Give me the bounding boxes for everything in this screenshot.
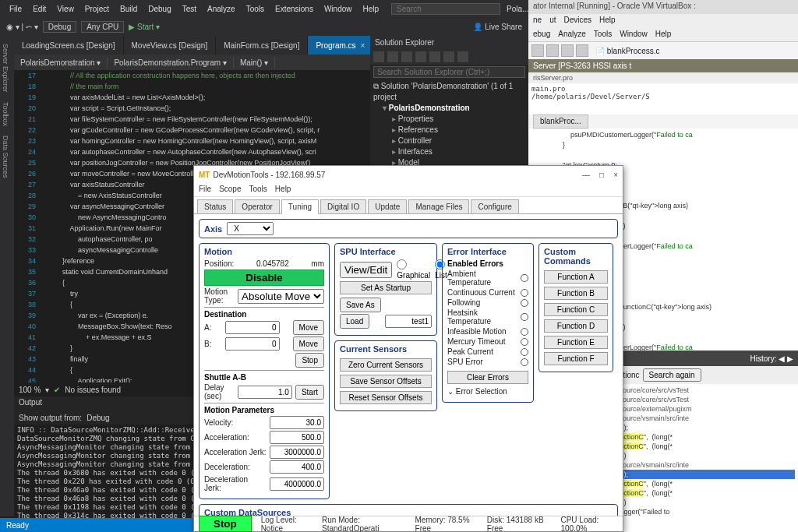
- custom-command-button[interactable]: Function F: [544, 352, 608, 365]
- tool-icon[interactable]: [401, 51, 412, 62]
- velocity-input[interactable]: [270, 416, 324, 429]
- vs-menu-item[interactable]: Extensions: [270, 3, 318, 15]
- saveas-button[interactable]: Save As: [340, 298, 381, 312]
- tool-icon[interactable]: [457, 51, 468, 62]
- tool-icon[interactable]: [576, 44, 588, 57]
- tool-icon[interactable]: [387, 51, 398, 62]
- qt-menu-item[interactable]: Help: [655, 30, 672, 40]
- viewedit-button[interactable]: View/Edit: [340, 262, 392, 278]
- dmt-menu-item[interactable]: Tools: [249, 185, 267, 195]
- tool-icon[interactable]: [373, 51, 384, 62]
- dmt-menu-item[interactable]: Scope: [219, 185, 241, 195]
- delay-input[interactable]: [238, 386, 292, 399]
- vs-menu-item[interactable]: Debug: [143, 3, 175, 15]
- graphical-radio[interactable]: Graphical: [397, 259, 430, 280]
- axis-dropdown[interactable]: X: [227, 222, 274, 235]
- save-offsets-button[interactable]: Save Sensor Offsets: [340, 375, 432, 388]
- breadcrumb-item[interactable]: Main() ▾: [234, 57, 275, 69]
- move-b-button[interactable]: Move: [293, 336, 324, 351]
- tool-icon[interactable]: [415, 51, 426, 62]
- dest-b-input[interactable]: [225, 337, 280, 351]
- tool-icon[interactable]: [561, 44, 574, 57]
- dmt-tab[interactable]: Manage Files: [408, 199, 469, 213]
- vb-menu-item[interactable]: ut: [549, 16, 556, 26]
- zero-sensors-button[interactable]: Zero Current Sensors: [340, 358, 432, 372]
- shuttle-start-button[interactable]: Start: [295, 385, 324, 400]
- custom-command-button[interactable]: Function B: [544, 287, 608, 300]
- qt-proj-file[interactable]: risServer.pro: [528, 72, 798, 83]
- spu-file-input[interactable]: [385, 315, 432, 328]
- dmt-menu-item[interactable]: Help: [275, 185, 291, 195]
- vs-menu-item[interactable]: Help: [358, 3, 383, 15]
- dmt-tab[interactable]: Status: [197, 199, 233, 213]
- accel-input[interactable]: [270, 431, 324, 444]
- qt-menu-item[interactable]: ebug: [533, 30, 550, 40]
- qt-menu-item[interactable]: Analyze: [558, 30, 586, 40]
- qt-menu-item[interactable]: Window: [620, 30, 648, 40]
- minimize-icon[interactable]: —: [582, 171, 590, 179]
- dmt-tab[interactable]: Digital IO: [320, 199, 366, 213]
- tool-icon[interactable]: [531, 44, 544, 57]
- qt-tab[interactable]: blankProc...: [533, 115, 588, 129]
- tool-icon[interactable]: [443, 51, 454, 62]
- qt-open-doc[interactable]: 📄 blankProcess.c: [595, 47, 660, 55]
- vb-menu-item[interactable]: Help: [599, 16, 616, 26]
- liveshare-button[interactable]: Live Share: [485, 23, 522, 31]
- search-again-button[interactable]: Search again: [643, 368, 701, 382]
- vs-editor-tab[interactable]: Program.cs ×: [308, 36, 373, 55]
- clear-errors-button[interactable]: Clear Errors: [447, 371, 528, 384]
- vs-menu-item[interactable]: View: [52, 3, 79, 15]
- dest-a-input[interactable]: [225, 321, 280, 334]
- custom-command-button[interactable]: Function D: [544, 319, 608, 333]
- motion-stop-button[interactable]: Stop: [295, 353, 324, 368]
- platform-dropdown[interactable]: Any CPU: [81, 21, 124, 33]
- move-a-button[interactable]: Move: [293, 320, 324, 335]
- set-startup-button[interactable]: Set As Startup: [340, 281, 432, 294]
- qt-menu-item[interactable]: Tools: [594, 30, 612, 40]
- decel-input[interactable]: [270, 460, 324, 474]
- solution-search-input[interactable]: [373, 66, 525, 78]
- motion-type-dropdown[interactable]: Absolute Move: [238, 289, 324, 304]
- project-node[interactable]: PolarisDemonstration: [373, 103, 525, 114]
- vb-menu-item[interactable]: ne: [533, 16, 542, 26]
- dmt-tab[interactable]: Update: [368, 199, 407, 213]
- reset-offsets-button[interactable]: Reset Sensor Offsets: [340, 391, 432, 404]
- vs-editor-tab[interactable]: MoveView.cs [Design]: [124, 36, 217, 55]
- custom-command-button[interactable]: Function C: [544, 303, 608, 316]
- vs-editor-tab[interactable]: LoadingScreen.cs [Design]: [14, 36, 124, 55]
- breadcrumb-item[interactable]: PolarisDemonstration.Program ▾: [108, 57, 234, 69]
- vs-menu-item[interactable]: Test: [178, 3, 201, 15]
- vs-menu-item[interactable]: Window: [320, 3, 357, 15]
- vs-search-input[interactable]: [391, 3, 500, 15]
- vs-menu-item[interactable]: File: [5, 3, 26, 15]
- folder-node[interactable]: Controller: [373, 136, 525, 146]
- solution-tree[interactable]: ⧉ Solution 'PolarisDemonstration' (1 of …: [370, 79, 528, 176]
- load-button[interactable]: Load: [340, 314, 369, 329]
- status-stop-button[interactable]: Stop: [199, 516, 252, 532]
- folder-node[interactable]: Properties: [373, 114, 525, 125]
- dmt-menu-item[interactable]: File: [199, 185, 211, 195]
- vs-menu-item[interactable]: Build: [115, 3, 142, 15]
- dmt-tab[interactable]: Operator: [235, 199, 279, 213]
- folder-node[interactable]: References: [373, 125, 525, 136]
- folder-node[interactable]: Interfaces: [373, 146, 525, 157]
- breadcrumb-item[interactable]: PolarisDemonstration ▾: [14, 57, 108, 69]
- dmt-tab[interactable]: Configure: [471, 199, 518, 213]
- qt-proj-pane[interactable]: main.pro /home/polaris/Devel/Server/S: [528, 83, 798, 115]
- dmt-tab[interactable]: Tuning: [281, 199, 319, 214]
- custom-command-button[interactable]: Function E: [544, 336, 608, 349]
- vs-editor-tab[interactable]: MainForm.cs [Design]: [216, 36, 308, 55]
- vs-menu-item[interactable]: Edit: [28, 3, 51, 15]
- tool-icon[interactable]: [429, 51, 440, 62]
- ajerk-input[interactable]: [270, 446, 324, 459]
- maximize-icon[interactable]: □: [599, 171, 604, 179]
- disable-button[interactable]: Disable: [204, 270, 324, 286]
- output-source-dropdown[interactable]: Debug: [87, 414, 109, 422]
- vs-sidebar-tab[interactable]: Toolbox: [0, 97, 11, 131]
- vs-menu-item[interactable]: Analyze: [203, 3, 240, 15]
- custom-command-button[interactable]: Function A: [544, 270, 608, 284]
- vs-sidebar-tab[interactable]: Data Sources: [0, 131, 11, 183]
- tool-icon[interactable]: [546, 44, 559, 57]
- vs-sidebar-tab[interactable]: Server Explorer: [0, 39, 11, 97]
- close-tab-icon[interactable]: ×: [361, 41, 365, 50]
